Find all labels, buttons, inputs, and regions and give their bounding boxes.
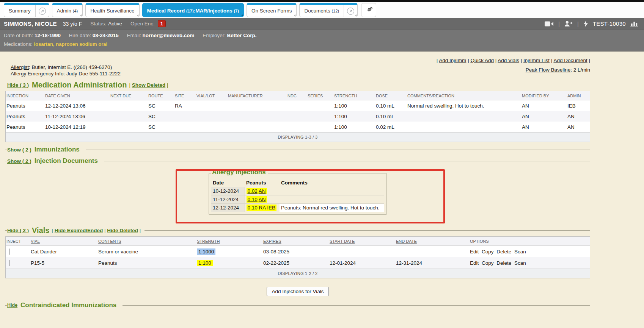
col-vial-lot[interactable]: VIAL/LOT xyxy=(196,91,227,100)
ai-col-comments: Comments xyxy=(280,179,384,187)
injection-documents-header: Show ( 2 ) Injection Documents xyxy=(5,157,590,165)
scan-link[interactable]: Scan xyxy=(514,249,526,255)
hide-deleted-link[interactable]: Hide Deleted xyxy=(107,228,138,233)
col-strength[interactable]: STRENGTH xyxy=(196,237,262,245)
cell-vial: Cat Dander xyxy=(30,247,97,256)
col-modified-by[interactable]: MODIFIED BY xyxy=(521,91,567,100)
contraindicated-hide-toggle[interactable]: Hide xyxy=(7,303,17,308)
hide-expired-ended-link[interactable]: Hide Expired/Ended xyxy=(55,228,103,233)
bar-chart-icon[interactable] xyxy=(630,20,639,27)
add-inj-imm-link[interactable]: Add Inj/Imm xyxy=(439,58,466,63)
tab-health-surveillance[interactable]: Health Surveillance xyxy=(85,3,139,17)
divider: | xyxy=(577,20,579,27)
video-camera-icon[interactable] xyxy=(545,21,554,27)
col-ndc[interactable]: NDC xyxy=(287,91,307,100)
cell-injection: Peanuts xyxy=(6,112,44,121)
ai-col-peanuts[interactable]: Peanuts xyxy=(245,179,280,187)
peak-flow-value: : 2 L/min xyxy=(570,67,590,73)
col-end-date[interactable]: END DATE xyxy=(395,237,469,245)
col-expires[interactable]: EXPIRES xyxy=(262,237,329,245)
edit-link[interactable]: Edit xyxy=(470,249,479,255)
lightning-bolt-icon[interactable] xyxy=(583,20,588,27)
cell-ndc xyxy=(287,125,307,128)
hire-date-label: Hire date: xyxy=(69,33,91,38)
peak-flow-baseline-link[interactable]: Peak Flow Baseline xyxy=(526,67,571,73)
cell-dose: 0.02 mL xyxy=(375,123,407,131)
allergy-emergency-info-link[interactable]: Allergy Emergency Info xyxy=(11,71,64,77)
cell-manufacturer xyxy=(227,125,287,128)
ai-date: 12-12-2024 xyxy=(211,204,245,212)
tab-documents[interactable]: Documents (12) xyxy=(299,3,358,17)
ai-dose-link[interactable]: 0.02 xyxy=(248,188,258,194)
delete-link[interactable]: Delete xyxy=(496,260,511,266)
immunizations-show-toggle[interactable]: Show ( 2 ) xyxy=(7,147,31,153)
copy-link[interactable]: Copy xyxy=(482,249,494,255)
mar-row-2: Peanuts 11-12-2024 13:06 SC 1:100 0.10 m… xyxy=(6,111,590,122)
inj-imm-list-link[interactable]: Inj/Imm List xyxy=(523,58,550,63)
ai-initials-link[interactable]: AN xyxy=(259,188,266,194)
cell-dose: 0.10 mL xyxy=(375,102,407,110)
show-deleted-link[interactable]: Show Deleted xyxy=(132,82,166,88)
summary-popout-button[interactable] xyxy=(35,5,49,17)
quick-add-link[interactable]: Quick Add xyxy=(470,58,494,63)
tab-on-screen-forms[interactable]: On Screen Forms xyxy=(247,3,297,17)
cell-injection: Peanuts xyxy=(6,123,44,131)
tab-medical-record-active[interactable]: Medical Record (17):MAR/Injections (7) xyxy=(142,3,244,17)
tab-summary-label: Summary xyxy=(4,5,35,17)
delete-link[interactable]: Delete xyxy=(496,249,511,255)
col-injection[interactable]: INJECTION xyxy=(6,91,44,100)
allergist-link[interactable]: Allergist xyxy=(11,64,29,70)
col-route[interactable]: ROUTE xyxy=(148,91,174,100)
col-series[interactable]: SERIES xyxy=(307,91,333,100)
ai-dose-link[interactable]: 0.10 xyxy=(248,205,258,211)
mar-hide-toggle[interactable]: Hide ( 3 ) xyxy=(7,82,29,88)
edit-link[interactable]: Edit xyxy=(470,260,479,266)
injection-documents-show-toggle[interactable]: Show ( 2 ) xyxy=(7,158,31,164)
mar-paging-status: DISPLAYING 1-3 / 3 xyxy=(6,132,590,142)
col-site[interactable]: SITE xyxy=(174,91,196,100)
scan-link[interactable]: Scan xyxy=(514,260,526,266)
employer-label: Employer: xyxy=(203,33,226,38)
ai-dose-link[interactable]: 0.10 xyxy=(248,197,258,202)
col-vial[interactable]: VIAL xyxy=(30,237,97,245)
col-start-date[interactable]: START DATE xyxy=(329,237,395,245)
dob-value: 12-18-1990 xyxy=(35,33,61,38)
col-next-due[interactable]: NEXT DUE xyxy=(110,91,148,100)
inject-checkbox[interactable] xyxy=(9,248,10,255)
col-date-given[interactable]: DATE GIVEN xyxy=(44,91,110,100)
vials-hide-toggle[interactable]: Hide ( 2 ) xyxy=(7,228,29,233)
gear-icon xyxy=(364,6,373,14)
col-admin[interactable]: ADMIN xyxy=(567,91,590,100)
ai-initials-link[interactable]: AN xyxy=(259,197,266,202)
cell-site xyxy=(174,125,196,128)
tab-summary[interactable]: Summary xyxy=(4,3,49,17)
tab-health-surveillance-label: Health Surveillance xyxy=(86,5,139,17)
separator: | xyxy=(521,58,522,63)
ai-comment xyxy=(280,187,384,195)
tab-bar: Summary Admin (4) Health Surveillance Me… xyxy=(0,2,644,18)
add-person-icon[interactable] xyxy=(564,20,573,27)
col-manufacturer[interactable]: MANUFACTURER xyxy=(227,91,287,100)
open-encounter-badge[interactable]: 1 xyxy=(158,20,166,27)
tab-admin[interactable]: Admin (4) xyxy=(52,3,83,17)
cell-next-due xyxy=(110,125,148,128)
cell-vial-lot xyxy=(196,104,227,107)
cell-date-given: 12-12-2024 13:06 xyxy=(44,102,110,110)
patient-age-sex: 33 y/o F xyxy=(63,21,82,27)
medication-link-naproxen[interactable]: naproxen sodium oral xyxy=(56,41,107,47)
copy-link[interactable]: Copy xyxy=(482,260,494,266)
col-comments[interactable]: COMMENTS/REACTION xyxy=(407,91,521,100)
cell-expires: 03-08-2025 xyxy=(262,247,329,256)
col-dose[interactable]: DOSE xyxy=(375,91,407,100)
ai-initials-link[interactable]: IEB xyxy=(267,205,275,211)
medication-link-losartan[interactable]: losartan, xyxy=(34,41,54,47)
add-injections-for-vials-button[interactable]: Add Injections for Vials xyxy=(267,287,328,296)
inject-checkbox[interactable] xyxy=(9,260,10,266)
col-contents[interactable]: CONTENTS xyxy=(97,237,196,245)
add-document-link[interactable]: Add Document xyxy=(553,58,587,63)
settings-button[interactable] xyxy=(361,3,376,17)
tab-on-screen-forms-label: On Screen Forms xyxy=(247,5,297,17)
col-strength[interactable]: STRENGTH xyxy=(333,91,375,100)
add-vials-link[interactable]: Add Vials xyxy=(498,58,519,63)
cell-admin: AN xyxy=(567,123,590,131)
